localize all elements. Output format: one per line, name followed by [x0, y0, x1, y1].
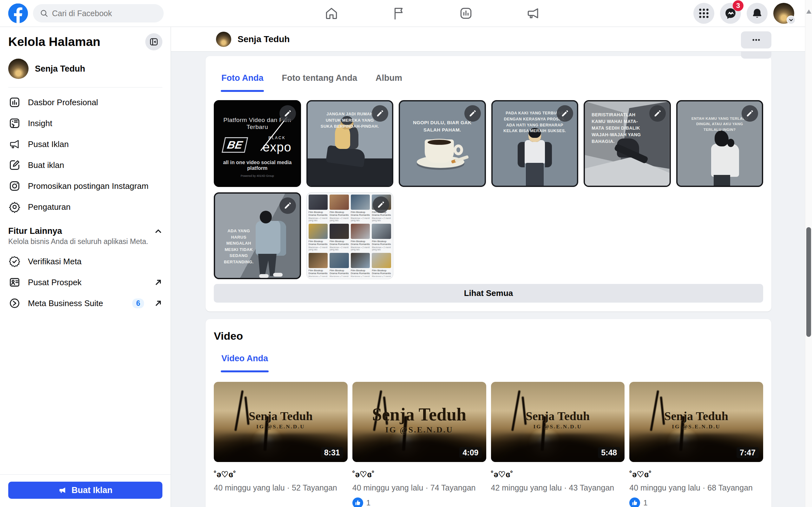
sidebar-item-verifikasi-meta[interactable]: Verifikasi Meta — [5, 251, 165, 272]
ad-center-megaphone-icon[interactable] — [523, 3, 543, 23]
tab-video-anda[interactable]: Video Anda — [214, 350, 275, 372]
video-likes-row[interactable]: 1 — [629, 498, 763, 507]
topbar-right-actions: 3 — [693, 3, 812, 24]
like-icon — [352, 498, 363, 507]
photo-tile[interactable]: Film Bioskop Drama Romantis Indonesia Te… — [306, 192, 394, 279]
sidebar-item-pusat-iklan[interactable]: Pusat Iklan — [5, 134, 165, 155]
more-features-title: Fitur Lainnya — [8, 226, 62, 236]
photo-tile[interactable]: Platform Video dan Film Terbaru BE BLACK… — [214, 100, 301, 187]
sidebar-item-label: Verifikasi Meta — [28, 257, 162, 267]
current-page-row[interactable]: Senja Teduh — [5, 50, 165, 87]
pencil-icon — [376, 109, 384, 118]
collapse-sidebar-icon[interactable] — [145, 33, 162, 50]
edit-photo-button[interactable] — [372, 105, 388, 122]
pages-flag-icon[interactable] — [389, 3, 409, 23]
scrollbar-thumb[interactable] — [806, 227, 811, 337]
mini-video-thumbnail: Film Bioskop Drama Romantis Indonesia Te… — [329, 224, 349, 251]
photo-tile[interactable]: NGOPI DULU, BIAR GAK SALAH PAHAM. — [399, 100, 486, 187]
dashboard-icon — [8, 96, 21, 108]
sidebar-item-pusat-prospek[interactable]: Pusat Prospek — [5, 272, 165, 293]
video-likes-row[interactable]: 1 — [352, 498, 486, 507]
chevron-up-icon[interactable] — [154, 227, 162, 235]
sidebar-item-label: Pusat Prospek — [28, 278, 147, 287]
menu-grid-icon[interactable] — [693, 3, 714, 24]
create-ad-button[interactable]: Buat Iklan — [8, 482, 162, 499]
facebook-logo[interactable] — [8, 3, 28, 23]
edit-photo-button[interactable] — [280, 105, 296, 122]
edit-photo-button[interactable] — [280, 198, 296, 214]
home-icon[interactable] — [321, 3, 342, 23]
facebook-search[interactable] — [33, 4, 164, 22]
sidebar-item-meta-business-suite[interactable]: Meta Business Suite 6 — [5, 293, 165, 314]
more-options-button[interactable] — [741, 32, 771, 49]
photo-powered-by: Powered by 401XD Group — [215, 174, 300, 177]
video-title[interactable]: ˚ə♡ɞ˚ — [214, 469, 348, 480]
edit-photo-button[interactable] — [649, 105, 666, 122]
scrolled-button-remnant — [741, 52, 771, 59]
see-all-button[interactable]: Lihat Semua — [214, 284, 763, 302]
sidebar-item-pengaturan[interactable]: Pengaturan — [5, 196, 165, 217]
sidebar-item-label: Promosikan postingan Instagram — [28, 181, 162, 191]
sidebar-item-insight[interactable]: Insight — [5, 113, 165, 134]
video-title[interactable]: ˚ə♡ɞ˚ — [629, 469, 763, 480]
page-avatar — [8, 59, 29, 79]
tab-foto-tentang-anda[interactable]: Foto tentang Anda — [274, 70, 364, 92]
edit-photo-button[interactable] — [742, 105, 758, 122]
video-thumbnail[interactable]: Senja TeduhIG @S.E.N.D.U 4:09 — [352, 382, 486, 462]
meta-business-suite-icon — [8, 297, 21, 309]
video-thumbnail[interactable]: Senja TeduhIG @S.E.N.D.U 8:31 — [214, 382, 348, 462]
edit-photo-button[interactable] — [557, 105, 573, 122]
search-icon — [40, 9, 48, 17]
ads-manager-icon[interactable] — [456, 3, 476, 23]
photos-card: Foto AndaFoto tentang AndaAlbum Platform… — [206, 56, 771, 312]
account-avatar[interactable] — [773, 3, 794, 24]
like-count: 1 — [366, 498, 370, 507]
mini-video-thumbnail: Film Bioskop Drama Romantis Indonesia Te… — [372, 253, 391, 277]
page-header: Senja Teduh — [171, 27, 812, 52]
main-content: Senja Teduh Foto AndaFoto tentang AndaAl… — [171, 27, 812, 507]
more-features-subtitle: Kelola bisnis Anda di seluruh aplikasi M… — [5, 237, 165, 251]
messenger-badge: 3 — [733, 0, 744, 11]
sidebar-title: Kelola Halaman — [8, 35, 100, 49]
tab-album[interactable]: Album — [368, 70, 410, 92]
sidebar-item-label: Buat iklan — [28, 160, 162, 170]
video-card: Senja TeduhIG @S.E.N.D.U 7:47 ˚ə♡ɞ˚ 40 m… — [629, 382, 763, 507]
photo-tabs: Foto AndaFoto tentang AndaAlbum — [214, 70, 763, 92]
sidebar-item-dasbor-profesional[interactable]: Dasbor Profesional — [5, 92, 165, 113]
video-watermark: Senja TeduhIG @S.E.N.D.U — [491, 409, 625, 430]
messenger-icon[interactable]: 3 — [720, 3, 741, 24]
like-icon — [629, 498, 640, 507]
tab-foto-anda[interactable]: Foto Anda — [214, 70, 271, 92]
vertical-scrollbar[interactable] — [805, 0, 812, 507]
edit-photo-button[interactable] — [373, 196, 389, 213]
sidebar-item-label: Pusat Iklan — [28, 139, 162, 149]
sidebar-item-buat-iklan[interactable]: Buat iklan — [5, 155, 165, 176]
mini-video-thumbnail: Film Bioskop Drama Romantis Indonesia Te… — [372, 224, 391, 251]
video-thumbnail[interactable]: Senja TeduhIG @S.E.N.D.U 7:47 — [629, 382, 763, 462]
page-header-name: Senja Teduh — [238, 34, 290, 44]
video-thumbnail[interactable]: Senja TeduhIG @S.E.N.D.U 5:48 — [491, 382, 625, 462]
scrollbar-up-arrow[interactable] — [806, 9, 811, 14]
expo-logos: BE BLACKexpo — [215, 135, 300, 154]
pencil-icon — [284, 109, 292, 118]
video-watermark: Senja TeduhIG @S.E.N.D.U — [214, 409, 348, 430]
page-header-avatar[interactable] — [216, 32, 231, 47]
photo-tile[interactable]: JANGAN JADI RUMAH UNTUK MEREKA YANG SUKA… — [306, 100, 394, 187]
photo-tile[interactable]: BERISTIRAHATLAH KAMU WAHAI MATA-MATA SED… — [583, 100, 671, 187]
create-ad-label: Buat Iklan — [71, 486, 112, 495]
sidebar-item-promosikan-postingan-instagram[interactable]: Promosikan postingan Instagram — [5, 176, 165, 196]
divider — [8, 87, 162, 88]
edit-photo-button[interactable] — [464, 105, 481, 122]
video-title[interactable]: ˚ə♡ɞ˚ — [491, 469, 625, 480]
video-title[interactable]: ˚ə♡ɞ˚ — [352, 469, 486, 480]
photo-tile[interactable]: ENTAH KAMU YANG TERLALU DINGIN, ATAU AKU… — [676, 100, 763, 187]
sidebar-item-label: Dasbor Profesional — [28, 98, 162, 107]
sidebar-item-label: Meta Business Suite — [28, 298, 125, 308]
photo-tile[interactable]: PADA KAKI YANG TERBIASA DENGAN KERASNYA … — [491, 100, 578, 187]
video-card: Senja TeduhIG @S.E.N.D.U 5:48 ˚ə♡ɞ˚ 42 m… — [491, 382, 625, 507]
notifications-bell-icon[interactable] — [747, 3, 768, 24]
video-duration-badge: 7:47 — [737, 447, 759, 458]
photo-tile[interactable]: ADA YANG HARUS MENGALAH MESKI TIDAK SEDA… — [214, 192, 301, 279]
video-duration-badge: 4:09 — [459, 447, 481, 458]
search-input[interactable] — [52, 9, 157, 18]
